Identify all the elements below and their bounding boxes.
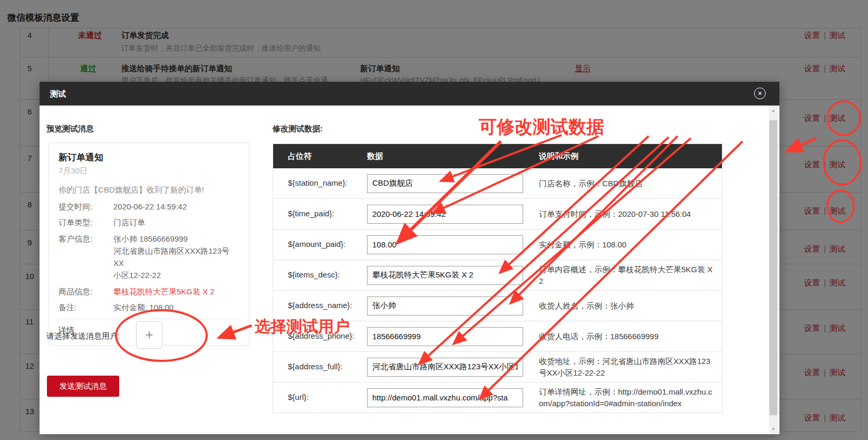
table-row: ${time_paid}: 订单支付时间，示例：2020-07-30 11:56… (273, 198, 722, 229)
station-name-input[interactable] (367, 174, 523, 193)
field-value: 门店订单 (113, 216, 145, 228)
preview-field: 提交时间: 2020-06-22 14:59:42 (59, 200, 238, 213)
scroll-down-icon[interactable]: ▼ (769, 425, 778, 433)
field-value: 2020-06-22 14:59:42 (113, 200, 187, 213)
field-value: 张小帅 18566669999 河北省唐山市路南区XXX路123号XX 小区12… (113, 233, 238, 282)
preview-field: 备注: 实付金额: 108.00 (59, 301, 238, 313)
placeholder-cell: ${station_name}: (273, 178, 363, 188)
placeholder-cell: ${address_full}: (273, 361, 363, 372)
placeholder-cell: ${time_paid}: (273, 208, 363, 219)
column-header: 说明和示例 (532, 151, 722, 161)
address-full-input[interactable] (367, 358, 523, 377)
table-row: ${station_name}: 门店名称，示例：CBD旗舰店 (273, 168, 722, 198)
field-label: 客户信息: (59, 233, 113, 282)
add-user-button[interactable]: + (136, 321, 162, 349)
table-row: ${items_desc}: 订单内容概述，示例：攀枝花凯特大芒果5KG装 X … (273, 260, 722, 290)
scroll-up-icon[interactable]: ▲ (769, 107, 778, 114)
field-value-product: 攀枝花凯特大芒果5KG装 X 2 (113, 285, 215, 298)
table-row: ${amount_paid}: 实付金额，示例：108.00 (273, 229, 722, 260)
preview-section-label: 预览测试消息 (46, 124, 94, 134)
chevron-right-icon: › (234, 327, 237, 334)
preview-fields: 提交时间: 2020-06-22 14:59:42 订单类型: 门店订单 客户信… (59, 200, 238, 313)
scrollbar[interactable]: ▲ ▼ (769, 106, 778, 434)
scrollbar-thumb[interactable] (769, 120, 777, 415)
field-label: 订单类型: (59, 216, 113, 228)
items-desc-input[interactable] (367, 266, 523, 285)
placeholder-cell: ${url}: (273, 392, 363, 403)
modal-header: 测试 ✕ (40, 82, 779, 106)
modal-title: 测试 (50, 82, 66, 106)
table-header: 占位符 数据 说明和示例 (273, 144, 722, 168)
placeholder-cell: ${amount_paid}: (273, 239, 363, 250)
description-cell: 收货地址，示例：河北省唐山市路南区XXX路123号XX小区12-22-22 (532, 356, 722, 379)
close-icon[interactable]: ✕ (754, 88, 766, 99)
description-cell: 收货人姓名，示例：张小帅 (532, 300, 722, 312)
placeholder-cell: ${items_desc}: (273, 270, 363, 280)
address-phone-input[interactable] (367, 327, 523, 346)
placeholder-cell: ${address_name}: (273, 300, 363, 311)
preview-date: 7月30日 (59, 166, 238, 176)
description-cell: 订单支付时间，示例：2020-07-30 11:56:04 (532, 208, 722, 220)
table-row: ${address_phone}: 收货人电话，示例：18566669999 (273, 321, 722, 351)
table-row: ${address_name}: 收货人姓名，示例：张小帅 (273, 290, 722, 321)
description-cell: 订单内容概述，示例：攀枝花凯特大芒果5KG装 X 2 (532, 264, 722, 287)
url-input[interactable] (367, 388, 523, 407)
amount-paid-input[interactable] (367, 235, 523, 254)
description-cell: 实付金额，示例：108.00 (532, 239, 722, 251)
address-name-input[interactable] (367, 296, 523, 315)
preview-field: 商品信息: 攀枝花凯特大芒果5KG装 X 2 (59, 285, 238, 298)
description-cell: 门店名称，示例：CBD旗舰店 (532, 178, 722, 189)
field-value: 实付金额: 108.00 (113, 301, 173, 313)
select-user-label: 请选择发送消息用户: (46, 331, 120, 341)
description-cell: 订单详情网址，示例：http://demo01.mall.vxzhu.com/a… (532, 386, 722, 409)
column-header: 数据 (363, 151, 532, 161)
placeholder-cell: ${address_phone}: (273, 331, 363, 341)
screen: 微信模板消息设置 4 未通过 订单发货完成 订单发货时，并且订单已全部发货完成时… (0, 0, 868, 440)
test-modal: 测试 ✕ 预览测试消息 修改测试数据: 新订单通知 7月30日 你的门店【CBD… (40, 82, 779, 434)
field-label: 商品信息: (59, 285, 113, 298)
preview-field: 客户信息: 张小帅 18566669999 河北省唐山市路南区XXX路123号X… (59, 233, 238, 282)
preview-greeting: 你的门店【CBD旗舰店】收到了新的订单! (59, 185, 238, 195)
edit-section-label: 修改测试数据: (273, 124, 323, 134)
description-cell: 收货人电话，示例：18566669999 (532, 331, 722, 342)
send-test-message-button[interactable]: 发送测试消息 (47, 376, 119, 397)
test-data-table: 占位符 数据 说明和示例 ${station_name}: 门店名称，示例：CB… (273, 144, 722, 413)
field-label: 提交时间: (59, 200, 113, 213)
table-row: ${address_full}: 收货地址，示例：河北省唐山市路南区XXX路12… (273, 351, 722, 382)
column-header: 占位符 (273, 151, 363, 161)
field-label: 备注: (59, 301, 113, 313)
preview-field: 订单类型: 门店订单 (59, 216, 238, 228)
message-preview-card: 新订单通知 7月30日 你的门店【CBD旗舰店】收到了新的订单! 提交时间: 2… (49, 142, 249, 346)
preview-title: 新订单通知 (59, 151, 238, 164)
table-row: ${url}: 订单详情网址，示例：http://demo01.mall.vxz… (273, 382, 722, 413)
time-paid-input[interactable] (367, 205, 523, 224)
